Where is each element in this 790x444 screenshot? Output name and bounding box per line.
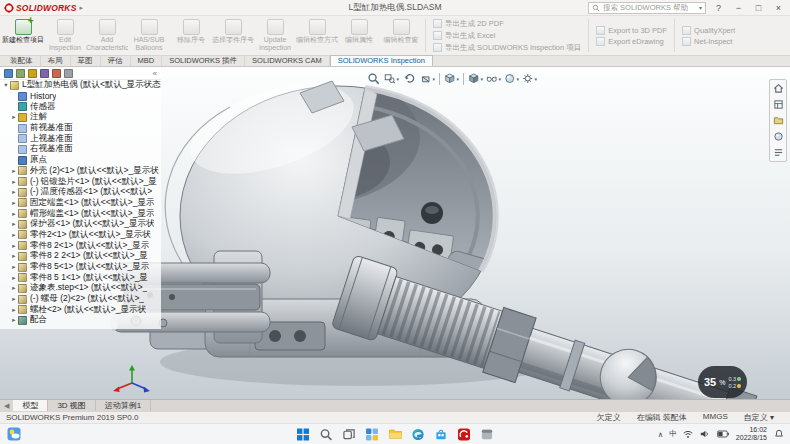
tree-item-arrow[interactable]: ▸	[10, 220, 18, 228]
ribbon-button[interactable]: Add Characteristic	[86, 17, 128, 54]
tree-item-arrow[interactable]: ▸	[10, 188, 18, 196]
tree-item-arrow[interactable]: ▸	[10, 113, 18, 121]
tree-item[interactable]: 右视基准面	[7, 144, 161, 155]
help-search-input[interactable]: 搜索 SOLIDWORKS 帮助 ▾	[588, 2, 706, 14]
tree-item[interactable]: ▸ (-) 铝锻垫片<1> (默认<<默认>_显	[7, 176, 161, 187]
tree-item[interactable]: ▸ (-) 温度传感器<1> (默认<<默认>	[7, 187, 161, 198]
export-button[interactable]: QualityXpert	[682, 26, 735, 35]
tree-item[interactable]: History	[7, 91, 161, 102]
widgets-icon[interactable]	[365, 427, 380, 442]
export-button[interactable]: Net-Inspect	[682, 37, 735, 46]
tree-item-arrow[interactable]: ▸	[10, 231, 18, 239]
ribbon-button[interactable]: Update Inspection Project	[254, 17, 296, 54]
panel-collapse-arrow[interactable]: «	[153, 69, 157, 78]
command-tab[interactable]: 布局	[41, 56, 71, 66]
custom-properties-button[interactable]	[771, 146, 785, 159]
tree-item-arrow[interactable]: ▸	[10, 178, 18, 186]
status-item[interactable]: 自定义 ▾	[744, 412, 774, 423]
command-tab[interactable]: SOLIDWORKS 插件	[162, 56, 245, 66]
section-view-button[interactable]	[420, 71, 435, 86]
tree-item[interactable]: 传感器	[7, 101, 161, 112]
dimxpertmanager-tab-icon[interactable]	[40, 69, 49, 78]
hide-show-items-button[interactable]	[486, 71, 501, 86]
taskbar-clock[interactable]: 16:02 2022/8/15	[736, 426, 767, 442]
solidworks-resources-button[interactable]	[771, 82, 785, 95]
tree-item[interactable]: ▸ 零件8 5<1> (默认<<默认>_显示	[7, 262, 161, 273]
tree-root-arrow[interactable]: ▾	[2, 81, 10, 89]
command-tab[interactable]: MBD	[131, 56, 163, 66]
ribbon-button[interactable]: HAS/SUB Balloons	[128, 17, 170, 54]
configurationmanager-tab-icon[interactable]	[28, 69, 37, 78]
command-tab[interactable]: SOLIDWORKS CAM	[245, 56, 330, 66]
tab-scroll-left[interactable]: ◀	[0, 400, 13, 411]
tree-item-arrow[interactable]: ▸	[10, 295, 18, 303]
ribbon-button[interactable]: 编辑属性	[338, 17, 380, 54]
document-tab[interactable]: 运动算例1	[96, 400, 151, 411]
tree-item[interactable]: ▸ 保护器<1> (默认<<默认>_显示状	[7, 219, 161, 230]
previous-view-button[interactable]	[402, 71, 417, 86]
tree-item[interactable]: ▸ 迹象表.step<1> (默认<<默认>_	[7, 283, 161, 294]
zoom-fit-button[interactable]	[366, 71, 381, 86]
tree-item[interactable]: ▸ 配合	[7, 315, 161, 326]
ribbon-button[interactable]: 移除序号	[170, 17, 212, 54]
tree-item[interactable]: ▸ 零件8 2 2<1> (默认<<默认>_显	[7, 251, 161, 262]
tree-item-arrow[interactable]: ▸	[10, 284, 18, 292]
ribbon-button[interactable]: 选择零件序号	[212, 17, 254, 54]
tree-root-item[interactable]: ▾ L型缸加热电偶 (默认<默认_显示状态-1	[0, 80, 161, 91]
view-orientation-button[interactable]	[444, 71, 459, 86]
export-button[interactable]: Export to 3D PDF	[596, 26, 667, 35]
export-button[interactable]: Export eDrawing	[596, 37, 667, 46]
export-button[interactable]: 导出生成 Excel	[433, 31, 581, 41]
ribbon-button[interactable]: 编辑检查窗	[380, 17, 422, 54]
tree-item[interactable]: ▸ 注解	[7, 112, 161, 123]
ime-indicator[interactable]: 中	[669, 429, 677, 439]
tree-item[interactable]: 上视基准面	[7, 133, 161, 144]
view-settings-button[interactable]	[522, 71, 537, 86]
network-icon[interactable]	[683, 427, 694, 442]
tree-item[interactable]: 前视基准面	[7, 123, 161, 134]
taskbar-search-icon[interactable]	[319, 427, 334, 442]
store-icon[interactable]	[434, 427, 449, 442]
appearances-button[interactable]	[771, 130, 785, 143]
export-button[interactable]: 导出生成 2D PDF	[433, 19, 581, 29]
tree-item[interactable]: ▸ 零件8 2<1> (默认<<默认>_显示	[7, 240, 161, 251]
featuremanager-tab-icon[interactable]	[4, 69, 13, 78]
document-tab[interactable]: 3D 视图	[48, 400, 95, 411]
export-button[interactable]: 导出生成 SOLIDWORKS Inspection 项目	[433, 43, 581, 53]
tree-item[interactable]: 原点	[7, 155, 161, 166]
inspection-tab-icon[interactable]	[64, 69, 73, 78]
solidworks-app-icon[interactable]	[457, 427, 472, 442]
tree-item-arrow[interactable]: ▸	[10, 210, 18, 218]
file-explorer-button[interactable]	[771, 114, 785, 127]
tree-item-arrow[interactable]: ▸	[10, 316, 18, 324]
tree-item-arrow[interactable]: ▸	[10, 274, 18, 282]
tree-item-arrow[interactable]: ▸	[10, 306, 18, 314]
battery-icon[interactable]	[717, 427, 730, 442]
weather-widget[interactable]	[6, 427, 21, 442]
task-view-icon[interactable]	[342, 427, 357, 442]
tree-item-arrow[interactable]: ▸	[10, 242, 18, 250]
status-item[interactable]: 在编辑 装配体	[637, 412, 687, 423]
help-button[interactable]: ?	[711, 1, 726, 15]
command-tab[interactable]: 评估	[101, 56, 131, 66]
design-library-button[interactable]	[771, 98, 785, 111]
ribbon-button[interactable]: 新建检查项目	[2, 17, 44, 54]
status-item[interactable]: MMGS	[703, 412, 728, 423]
minimize-button[interactable]: −	[731, 1, 746, 15]
tree-item-arrow[interactable]: ▸	[10, 263, 18, 271]
command-tab[interactable]: SOLIDWORKS Inspection	[330, 55, 433, 66]
volume-icon[interactable]	[700, 427, 711, 442]
tree-item[interactable]: ▸ 外壳 (2)<1> (默认<<默认>_显示状	[7, 166, 161, 177]
display-style-button[interactable]	[468, 71, 483, 86]
tray-chevron[interactable]: ∧	[658, 430, 664, 439]
propertymanager-tab-icon[interactable]	[16, 69, 25, 78]
command-tab[interactable]: 装配体	[3, 56, 41, 66]
status-item[interactable]: 欠定义	[597, 412, 621, 423]
ribbon-button[interactable]: Edit Inspection	[44, 17, 86, 54]
tree-item-arrow[interactable]: ▸	[10, 167, 18, 175]
tree-item[interactable]: ▸ 帽形端盖<1> (默认<<默认>_显示	[7, 208, 161, 219]
tree-item[interactable]: ▸ 螺栓<2> (默认<<默认>_显示状	[7, 304, 161, 315]
start-button[interactable]	[296, 427, 311, 442]
command-tab[interactable]: 草图	[71, 56, 101, 66]
menu-expand-arrow[interactable]: ▸	[80, 4, 84, 12]
